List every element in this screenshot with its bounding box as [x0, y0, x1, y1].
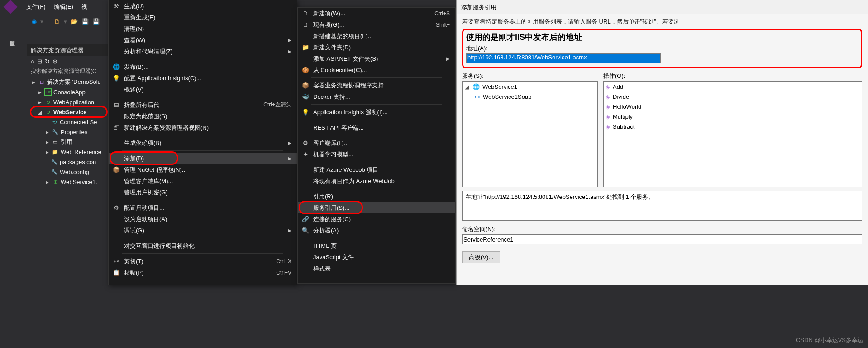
new-icon[interactable]: 🗋 [54, 18, 60, 25]
refresh-icon[interactable]: ↻ [45, 58, 50, 65]
save-all-icon[interactable]: 💾 [92, 18, 100, 25]
save-icon[interactable]: 💾 [81, 18, 89, 25]
menu-item[interactable]: ⊟折叠所有后代Ctrl+左箭头 [109, 99, 297, 111]
operation-item[interactable]: ◈Subtract [604, 121, 862, 131]
menu-item[interactable]: 🗗新建解决方案资源管理器视图(N) [109, 122, 297, 133]
references-icon: ▭ [52, 138, 59, 145]
menu-file[interactable]: 文件(F) [26, 3, 46, 11]
menu-item-label: JavaScript 文件 [310, 253, 450, 261]
project-node[interactable]: ▸C#ConsoleApp [27, 87, 109, 97]
menu-item[interactable]: 📋粘贴(P)Ctrl+V [109, 267, 297, 278]
menu-item[interactable]: 🗋现有项(G)...Shift+ [298, 19, 455, 30]
solution-node[interactable]: ▸⊞解决方案 'DemoSolu [27, 77, 109, 87]
operation-item[interactable]: ◈Multiply [604, 111, 862, 121]
dialog-title: 添加服务引用 [457, 0, 868, 14]
menu-item[interactable]: 设为启动项目(A) [109, 213, 297, 225]
menu-item[interactable]: 🍪从 Cookiecutter(C)... [298, 64, 455, 76]
menu-item[interactable]: 限定为此范围(S) [109, 111, 297, 122]
services-list[interactable]: ◢🌐WebService1 ⊶WebService1Soap [462, 81, 598, 187]
menu-item[interactable]: 🔍分析器(A)... [298, 225, 455, 236]
filter-icon[interactable]: ⊕ [52, 58, 57, 65]
namespace-input[interactable] [462, 234, 862, 244]
operations-list[interactable]: ◈Add◈Divide◈HelloWorld◈Multiply◈Subtract [603, 81, 862, 187]
menu-item[interactable]: 查看(W)▶ [109, 34, 297, 46]
menu-item[interactable]: 管理用户机密(G) [109, 187, 297, 198]
operation-item[interactable]: ◈Add [604, 82, 862, 92]
tree-item[interactable]: ▸▭引用 [27, 137, 109, 147]
service-root[interactable]: ◢🌐WebService1 [463, 82, 597, 92]
menu-item[interactable]: 清理(N) [109, 23, 297, 34]
menu-edit[interactable]: 编辑(E) [54, 3, 73, 11]
tree-item[interactable]: ⟲Connected Se [27, 117, 109, 127]
menu-item[interactable]: 管理客户端库(M)... [109, 175, 297, 187]
menu-item[interactable]: 引用(R)... [298, 191, 455, 202]
menu-item[interactable]: 对交互窗口进行项目初始化 [109, 240, 297, 251]
menu-item-label: 机器学习模型... [310, 150, 450, 159]
collapse-icon[interactable]: ⊟ [37, 58, 42, 65]
menu-item[interactable]: 样式表 [298, 263, 455, 274]
menu-item-label: 调试(G) [121, 227, 284, 235]
menu-item[interactable]: 重新生成(E) [109, 12, 297, 23]
menu-item[interactable]: 添加 ASP.NET 文件夹(S)▶ [298, 53, 455, 64]
menu-item[interactable]: ⚙配置启动项目... [109, 202, 297, 213]
operations-label: 操作(O): [603, 72, 862, 80]
home-icon[interactable]: ⌂ [31, 58, 34, 65]
operation-item[interactable]: ◈Divide [604, 92, 862, 102]
project-node[interactable]: ▸⊕WebApplication [27, 97, 109, 107]
menu-item[interactable]: HTML 页 [298, 240, 455, 251]
analyze-icon: 🔍 [300, 227, 310, 234]
menu-item[interactable]: ✂剪切(T)Ctrl+X [109, 256, 297, 267]
menu-item[interactable]: 📦管理 NuGet 程序包(N)... [109, 164, 297, 175]
menu-item[interactable]: REST API 客户端... [298, 122, 455, 133]
watermark: CSDN @小幸运VS多幸运 [796, 336, 863, 344]
menu-item-label: 生成(U) [121, 2, 291, 10]
menu-item[interactable]: 服务引用(S)... [298, 202, 455, 213]
tree-item[interactable]: 🔧packages.con [27, 157, 109, 167]
wrench-icon: 🔧 [52, 128, 59, 135]
operation-item[interactable]: ◈HelloWorld [604, 102, 862, 111]
link-icon: ⊶ [474, 93, 480, 100]
menu-item[interactable]: 将现有项目作为 Azure WebJob [298, 175, 455, 187]
open-icon[interactable]: 📂 [71, 18, 78, 25]
nav-back-icon[interactable]: ◉ [32, 18, 37, 25]
menu-item[interactable]: 💡配置 Application Insights(C)... [109, 72, 297, 84]
search-input[interactable]: 搜索解决方案资源管理器(C [27, 67, 109, 76]
menu-item[interactable]: 生成依赖项(B)▶ [109, 137, 297, 149]
menu-item[interactable]: JavaScript 文件 [298, 251, 455, 263]
menu-item[interactable]: 概述(V) [109, 84, 297, 95]
menu-item-label: 清理(N) [121, 25, 291, 33]
paste-icon: 📋 [111, 269, 121, 276]
add-service-reference-dialog: 添加服务引用 若要查看特定服务器上的可用服务列表，请输入服务 URL，然后单击"… [456, 0, 868, 285]
bulb-icon: 💡 [111, 75, 121, 82]
menu-item[interactable]: 📁新建文件夹(D) [298, 42, 455, 53]
menu-item[interactable]: ⚙客户端库(L)... [298, 137, 455, 149]
menu-item[interactable]: 新建 Azure WebJob 项目 [298, 164, 455, 175]
menu-item[interactable]: 新搭建基架的项目(F)... [298, 30, 455, 42]
tree-item[interactable]: ▸⊕WebService1. [27, 177, 109, 187]
menu-item[interactable]: 🌐发布(B)... [109, 61, 297, 72]
tree-item[interactable]: 🔧Web.config [27, 167, 109, 177]
ml-icon: ✦ [300, 151, 310, 158]
cube-icon: ◈ [606, 93, 610, 100]
menu-item[interactable]: ⚒生成(U) [109, 0, 297, 12]
project-webservice[interactable]: ◢⊕WebService [27, 107, 109, 117]
menu-item[interactable]: 📦容器业务流程协调程序支持... [298, 80, 455, 91]
menu-item[interactable]: 🗋新建项(W)...Ctrl+S [298, 8, 455, 19]
menu-item[interactable]: 调试(G)▶ [109, 225, 297, 236]
service-child[interactable]: ⊶WebService1Soap [463, 92, 597, 102]
menu-item[interactable]: 🐳Docker 支持... [298, 91, 455, 102]
address-input[interactable]: http://192.168.124.5:8081/WebService1.as… [466, 53, 661, 63]
menu-view[interactable]: 视 [81, 3, 87, 11]
advanced-button[interactable]: 高级(V)... [462, 251, 500, 263]
menu-item-label: 生成依赖项(B) [121, 139, 284, 147]
menu-item[interactable]: ✦机器学习模型... [298, 149, 455, 160]
menu-item[interactable]: 分析和代码清理(Z)▶ [109, 46, 297, 57]
menu-item[interactable]: 🔗连接的服务(C) [298, 213, 455, 225]
menu-item[interactable]: 💡Application Insights 遥测(I)... [298, 106, 455, 118]
tree-item[interactable]: ▸📁Web Reference [27, 147, 109, 157]
menu-item[interactable]: 添加(D)▶ [109, 153, 297, 164]
chevron-right-icon: ▶ [284, 140, 291, 145]
tree-item[interactable]: ▸🔧Properties [27, 127, 109, 137]
address-highlight: 使用的是刚才IIS中发布后的地址 地址(A): http://192.168.1… [462, 29, 862, 68]
nuget-icon: 📦 [111, 166, 121, 173]
